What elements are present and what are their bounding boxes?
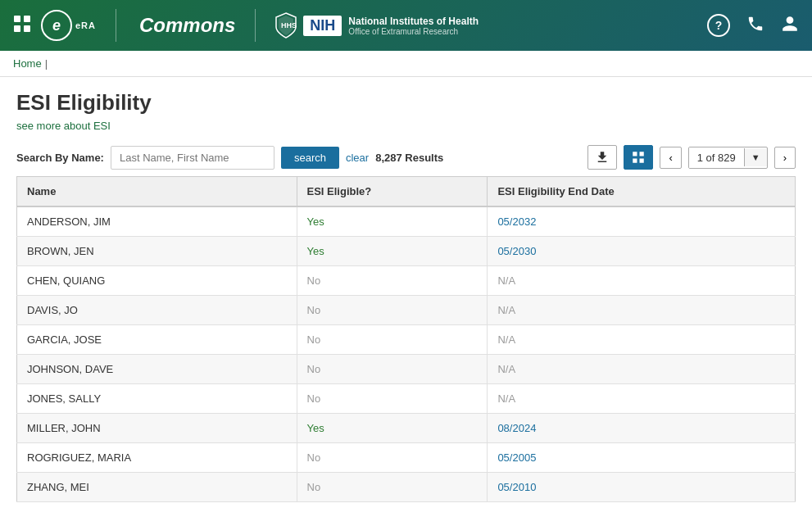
main-content: ESI Eligibility see more about ESI Searc… bbox=[0, 77, 812, 515]
date-link[interactable]: 05/2030 bbox=[497, 245, 536, 257]
commons-title: Commons bbox=[139, 14, 235, 37]
table-row: JOHNSON, DAVENoN/A bbox=[17, 355, 796, 384]
cell-end-date: 05/2005 bbox=[488, 443, 796, 473]
toolbar-row: Search By Name: search clear 8,287 Resul… bbox=[16, 145, 796, 170]
phone-icon[interactable] bbox=[746, 15, 764, 37]
header-divider2 bbox=[255, 9, 256, 42]
svg-rect-1 bbox=[24, 16, 30, 22]
search-label: Search By Name: bbox=[16, 152, 104, 164]
results-count: 8,287 Results bbox=[375, 152, 443, 164]
svg-rect-0 bbox=[14, 16, 20, 22]
user-icon[interactable] bbox=[781, 15, 799, 37]
page-dropdown-arrow[interactable]: ▼ bbox=[744, 148, 767, 166]
header-divider bbox=[116, 9, 116, 42]
grid-view-icon bbox=[631, 150, 646, 165]
cell-eligible: Yes bbox=[297, 237, 488, 266]
table-row: DAVIS, JONoN/A bbox=[17, 296, 796, 325]
era-letter: e bbox=[52, 17, 61, 34]
table-row: JONES, SALLYNoN/A bbox=[17, 384, 796, 414]
cell-eligible: No bbox=[297, 384, 488, 414]
era-circle: e bbox=[41, 10, 72, 41]
nih-logo: HHS NIH National Institutes of Health Of… bbox=[275, 12, 479, 39]
date-link[interactable]: 05/2010 bbox=[497, 481, 536, 493]
header-left: e eRA Commons HHS NIH National Institute… bbox=[13, 9, 479, 42]
era-label: eRA bbox=[75, 20, 96, 30]
cell-end-date: 05/2010 bbox=[488, 473, 796, 502]
table-row: BROWN, JENYes05/2030 bbox=[17, 237, 796, 266]
cell-name: ROGRIGUEZ, MARIA bbox=[17, 443, 297, 473]
table-header: Name ESI Eligible? ESI Eligibility End D… bbox=[17, 177, 796, 207]
nih-name: National Institutes of Health bbox=[348, 16, 479, 27]
era-logo: e eRA bbox=[41, 10, 96, 41]
table-header-row: Name ESI Eligible? ESI Eligibility End D… bbox=[17, 177, 796, 207]
page-display: 1 of 829 ▼ bbox=[688, 147, 768, 169]
nih-shield-icon: HHS bbox=[275, 12, 297, 39]
search-input[interactable] bbox=[111, 146, 274, 170]
date-link[interactable]: 05/2032 bbox=[497, 215, 536, 228]
clear-button[interactable]: clear bbox=[346, 152, 369, 164]
search-button[interactable]: search bbox=[281, 147, 339, 169]
cell-eligible: Yes bbox=[297, 414, 488, 443]
col-eligible: ESI Eligible? bbox=[297, 177, 488, 207]
nih-sub: Office of Extramural Research bbox=[348, 27, 479, 36]
download-icon bbox=[595, 150, 610, 165]
data-table: Name ESI Eligible? ESI Eligibility End D… bbox=[16, 176, 796, 502]
cell-end-date: N/A bbox=[488, 355, 796, 384]
table-row: ANDERSON, JIMYes05/2032 bbox=[17, 206, 796, 237]
col-name: Name bbox=[17, 177, 297, 207]
era-text-block: eRA bbox=[75, 20, 96, 30]
esi-info-link[interactable]: see more about ESI bbox=[16, 120, 111, 132]
cell-name: GARCIA, JOSE bbox=[17, 325, 297, 355]
table-body: ANDERSON, JIMYes05/2032BROWN, JENYes05/2… bbox=[17, 206, 796, 502]
date-link[interactable]: 05/2005 bbox=[497, 451, 536, 464]
cell-end-date: 05/2032 bbox=[488, 206, 796, 237]
cell-eligible: No bbox=[297, 443, 488, 473]
cell-name: CHEN, QUIANG bbox=[17, 266, 297, 296]
cell-end-date: N/A bbox=[488, 325, 796, 355]
svg-text:HHS: HHS bbox=[281, 21, 297, 29]
help-label: ? bbox=[715, 19, 723, 32]
cell-end-date: N/A bbox=[488, 296, 796, 325]
next-page-button[interactable]: › bbox=[774, 147, 796, 169]
nih-text-block: National Institutes of Health Office of … bbox=[348, 16, 479, 36]
cell-name: JOHNSON, DAVE bbox=[17, 355, 297, 384]
cell-name: MILLER, JOHN bbox=[17, 414, 297, 443]
breadcrumb: Home | bbox=[0, 51, 812, 77]
home-link[interactable]: Home bbox=[13, 57, 42, 70]
grid-icon[interactable] bbox=[13, 15, 31, 37]
table-row: CHEN, QUIANGNoN/A bbox=[17, 266, 796, 296]
app-header: e eRA Commons HHS NIH National Institute… bbox=[0, 0, 812, 51]
cell-end-date: N/A bbox=[488, 384, 796, 414]
cell-eligible: No bbox=[297, 325, 488, 355]
cell-name: DAVIS, JO bbox=[17, 296, 297, 325]
download-button[interactable] bbox=[587, 145, 617, 170]
page-title: ESI Eligibility bbox=[16, 90, 796, 116]
cell-name: ZHANG, MEI bbox=[17, 473, 297, 502]
help-icon-button[interactable]: ? bbox=[707, 14, 730, 37]
cell-end-date: N/A bbox=[488, 266, 796, 296]
breadcrumb-separator: | bbox=[45, 57, 48, 70]
nih-badge: NIH bbox=[303, 16, 342, 36]
cell-name: ANDERSON, JIM bbox=[17, 206, 297, 237]
header-right: ? bbox=[707, 14, 799, 37]
col-end-date: ESI Eligibility End Date bbox=[488, 177, 796, 207]
table-row: ZHANG, MEINo05/2010 bbox=[17, 473, 796, 502]
table-row: MILLER, JOHNYes08/2024 bbox=[17, 414, 796, 443]
cell-eligible: No bbox=[297, 266, 488, 296]
date-link[interactable]: 08/2024 bbox=[497, 422, 536, 434]
table-row: GARCIA, JOSENoN/A bbox=[17, 325, 796, 355]
cell-end-date: 08/2024 bbox=[488, 414, 796, 443]
cell-name: BROWN, JEN bbox=[17, 237, 297, 266]
cell-eligible: No bbox=[297, 296, 488, 325]
cell-end-date: 05/2030 bbox=[488, 237, 796, 266]
page-display-text: 1 of 829 bbox=[689, 147, 744, 168]
prev-page-button[interactable]: ‹ bbox=[660, 147, 681, 169]
grid-view-button[interactable] bbox=[624, 145, 653, 170]
cell-eligible: Yes bbox=[297, 206, 488, 237]
cell-name: JONES, SALLY bbox=[17, 384, 297, 414]
svg-rect-3 bbox=[24, 25, 30, 32]
svg-rect-2 bbox=[14, 25, 20, 32]
cell-eligible: No bbox=[297, 473, 488, 502]
table-row: ROGRIGUEZ, MARIANo05/2005 bbox=[17, 443, 796, 473]
cell-eligible: No bbox=[297, 355, 488, 384]
